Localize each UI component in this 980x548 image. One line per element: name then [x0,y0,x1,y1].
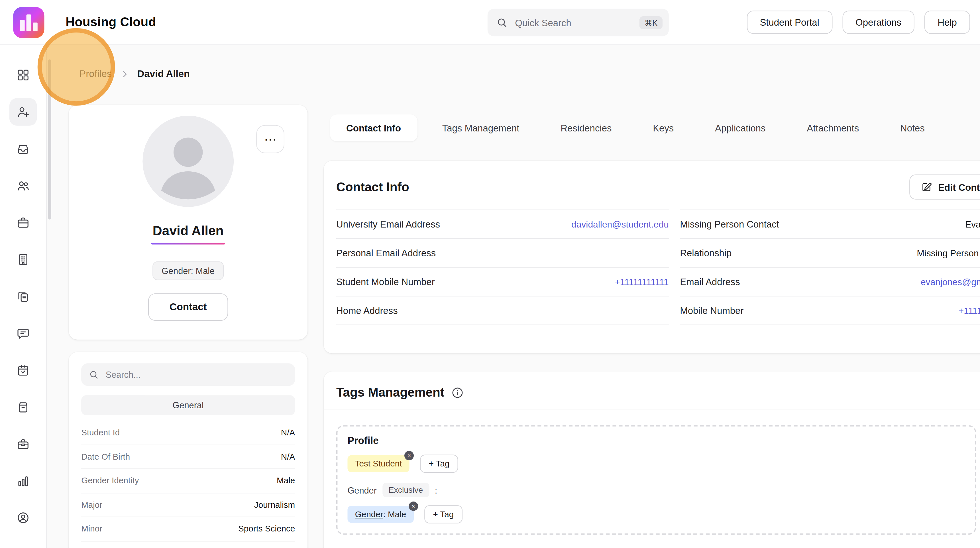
details-search[interactable] [81,363,295,386]
detail-row: Admit Term Fall 2025 [81,541,295,548]
details-search-input[interactable] [104,369,288,380]
contact-label: Personal Email Address [336,248,436,258]
tab-notes[interactable]: Notes [884,114,941,141]
sidebar-item-archive[interactable] [10,393,37,421]
contact-info-right-column: Missing Person Contact Evan Jones Relati… [680,210,980,325]
remove-tag-icon[interactable]: × [409,502,418,511]
sidebar-item-inbox[interactable] [10,135,37,163]
sidebar-item-documents[interactable] [10,282,37,310]
sidebar-item-profiles[interactable] [10,98,37,126]
contact-row: Mobile Number +11111111111 [680,296,980,325]
gender-group-row: Gender Exclusive : [347,483,965,497]
edit-contact-info-button[interactable]: Edit Contact Info [909,175,980,199]
contact-value: Evan Jones [965,219,980,229]
tag-row: Test Student × + Tag [347,455,965,473]
detail-label: Minor [81,524,102,534]
profile-card: ⋯ David Allen Gender: Male Contact [69,105,307,339]
app-logo-icon [13,6,45,38]
profile-column: ⋯ David Allen Gender: Male Contact [69,105,307,548]
contact-label: Mobile Number [680,305,743,315]
sidebar-item-account[interactable] [10,504,37,532]
contact-row: University Email Address davidallen@stud… [336,210,669,239]
contact-row: Missing Person Contact Evan Jones [680,210,980,239]
contact-label: Student Mobile Number [336,276,435,287]
remove-tag-icon[interactable]: × [404,451,414,460]
sidebar-item-reports[interactable] [10,467,37,495]
student-portal-button[interactable]: Student Portal [747,11,832,33]
sidebar-item-toolbox[interactable] [10,430,37,458]
info-icon[interactable] [452,386,464,398]
briefcase-icon [16,216,30,229]
tab-applications[interactable]: Applications [699,114,782,141]
tag-chip-test-student[interactable]: Test Student × [347,456,409,472]
inbox-icon [16,142,30,156]
detail-column: Contact Info Tags Management Residencies… [324,105,980,548]
tags-group-title: Profile [347,435,965,446]
avatar-placeholder-icon [143,116,234,207]
avatar [143,116,234,207]
chevron-right-icon [120,69,129,78]
quick-search-input[interactable] [514,16,633,29]
scrollbar-thumb[interactable] [48,59,51,219]
pencil-icon [921,182,932,193]
breadcrumb: Profiles David Allen [80,68,190,79]
detail-value: Male [277,476,295,486]
quick-search[interactable]: ⌘K [488,9,669,37]
tags-management-header: Tags Management [324,385,980,400]
contact-row: Relationship Missing Person Contact [680,239,980,268]
operations-button[interactable]: Operations [842,11,915,33]
gender-badge: Gender: Male [152,261,224,280]
profile-tags-group: Profile Test Student × + Tag Gender Excl… [336,425,976,535]
add-tag-button[interactable]: + Tag [420,455,458,473]
detail-label: Student Id [81,428,120,437]
sidebar-item-building[interactable] [10,246,37,274]
detail-row: Date Of Birth N/A [81,445,295,469]
tab-keys[interactable]: Keys [636,114,690,141]
contact-label: Home Address [336,305,398,315]
contact-info-card: Contact Info Edit Contact Info Universit… [324,161,980,354]
contact-info-grid: University Email Address davidallen@stud… [324,199,980,354]
name-underline [151,243,225,245]
contact-row: Home Address [336,296,669,325]
tab-attachments[interactable]: Attachments [791,114,875,141]
add-person-icon [16,105,30,119]
dashboard-icon [16,68,30,82]
contact-value-link[interactable]: davidallen@student.edu [571,219,669,229]
sidebar-item-calendar[interactable] [10,357,37,384]
documents-icon [16,289,30,303]
add-tag-button[interactable]: + Tag [424,505,463,524]
keyboard-shortcut-badge: ⌘K [640,16,663,29]
detail-row: Student Id N/A [81,421,295,445]
user-circle-icon [16,511,30,525]
search-icon [89,370,99,379]
contact-label: Relationship [680,248,732,258]
detail-value: N/A [281,428,295,437]
sidebar-item-people[interactable] [10,172,37,199]
sidebar-item-dashboard[interactable] [10,61,37,89]
tab-residencies[interactable]: Residencies [544,114,628,141]
contact-value-link[interactable]: evanjones@gmail.com [921,277,980,287]
tab-contact-info[interactable]: Contact Info [330,114,417,141]
help-button[interactable]: Help [924,11,970,33]
main-content: Profiles David Allen ⋯ David Allen Gende… [48,45,980,548]
icon-sidebar [0,45,47,548]
contact-label: Missing Person Contact [680,219,779,229]
contact-button[interactable]: Contact [148,293,228,321]
profile-menu-button[interactable]: ⋯ [256,125,285,153]
tags-management-card: Tags Management Profile Test Student × +… [324,371,980,548]
tag-label: Test Student [355,459,402,468]
contact-info-header: Contact Info Edit Contact Info [324,175,980,199]
tab-tags-management[interactable]: Tags Management [426,114,536,141]
sidebar-item-chat[interactable] [10,320,37,347]
search-icon [496,17,507,28]
contact-value-link[interactable]: +11111111111 [615,277,669,287]
contact-value-link[interactable]: +11111111111 [959,305,980,315]
breadcrumb-profiles[interactable]: Profiles [80,68,112,79]
header-actions: Student Portal Operations Help [747,11,970,33]
detail-value: N/A [281,452,295,461]
people-icon [16,179,30,193]
breadcrumb-current: David Allen [137,68,190,79]
sidebar-item-briefcase[interactable] [10,209,37,237]
tag-value: : Male [383,510,406,519]
tag-chip-gender-male[interactable]: Gender: Male × [347,506,414,523]
